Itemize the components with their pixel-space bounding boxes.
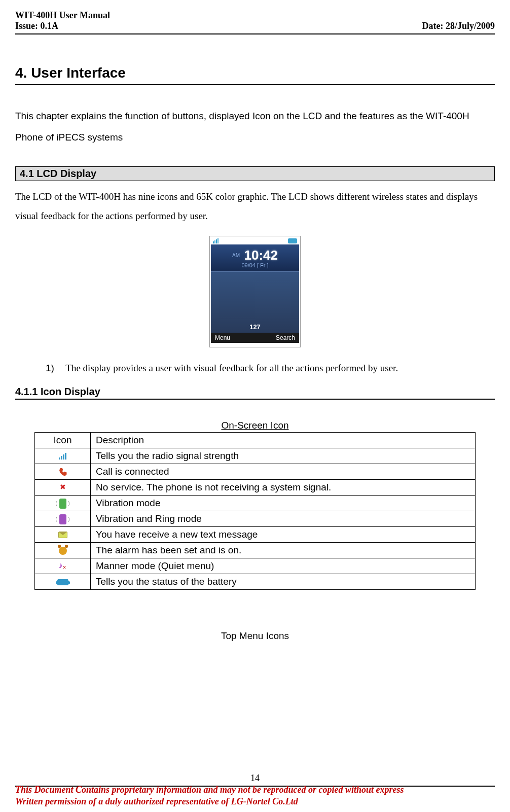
footer-line-1: This Document Contains proprietary infor… [15,784,495,796]
page-number: 14 [250,773,260,784]
list-number: 1) [46,363,54,373]
table-row: Manner mode (Quiet menu) [35,558,476,574]
softkey-right: Search [276,334,295,341]
section-4-1-1-title: 4.1.1 Icon Display [15,386,495,400]
phone-time-block: AM 10:42 09/04 [ Fr ] [211,244,299,272]
time-label: 10:42 [244,248,278,263]
header-desc: Description [91,432,476,448]
softkey-left: Menu [215,334,230,341]
desc-cell: Call is connected [91,464,476,479]
desc-cell: Manner mode (Quiet menu) [91,558,476,574]
no-service-icon [35,479,91,495]
header-icon: Icon [35,432,91,448]
alarm-icon [35,542,91,558]
desc-cell: Vibration and Ring mode [91,511,476,526]
chapter-title: 4. User Interface [15,65,495,85]
footer-text: This Document Contains proprietary infor… [15,784,495,807]
table-row: You have receive a new text message [35,526,476,542]
list-text: The display provides a user with visual … [65,363,398,373]
signal-icon [35,448,91,464]
vibration-ring-icon [35,511,91,526]
desc-cell: You have receive a new text message [91,526,476,542]
desc-cell: No service. The phone is not receiving a… [91,479,476,495]
table-row: Tells you the status of the battery [35,574,476,589]
doc-date: Date: 28/July/2009 [422,21,495,31]
station-number: 127 [249,323,261,331]
table-row: Vibration mode [35,495,476,511]
desc-cell: The alarm has been set and is on. [91,542,476,558]
list-item: 1) The display provides a user with visu… [46,363,495,374]
date-label: 09/04 [ Fr ] [213,262,297,268]
page-header: WIT-400H User Manual Issue: 0.1A Date: 2… [15,10,495,34]
desc-cell: Vibration mode [91,495,476,511]
battery-icon [288,238,297,243]
phone-wallpaper: 127 [211,272,299,333]
signal-icon [213,238,218,243]
phone-softkeys: Menu Search [211,333,299,343]
chapter-intro: This chapter explains the function of bu… [15,105,495,148]
vibration-icon [35,495,91,511]
table-row: The alarm has been set and is on. [35,542,476,558]
section-4-1-text: The LCD of the WIT-400H has nine icons a… [15,187,495,226]
call-icon [35,464,91,479]
doc-issue: Issue: 0.1A [15,21,110,31]
footer-line-2: Written permission of a duly authorized … [15,796,495,807]
icon-table: Icon Description Tells you the radio sig… [34,432,476,590]
table-row: Vibration and Ring mode [35,511,476,526]
table-caption-topmenu: Top Menu Icons [15,630,495,642]
phone-screenshot: AM 10:42 09/04 [ Fr ] 127 Menu Search [15,236,495,347]
battery-icon [35,574,91,589]
message-icon [35,526,91,542]
table-header-row: Icon Description [35,432,476,448]
desc-cell: Tells you the radio signal strength [91,448,476,464]
phone-status-bar [211,237,299,244]
phone-screen: AM 10:42 09/04 [ Fr ] 127 Menu Search [209,236,301,347]
table-caption-onscreen: On-Screen Icon [15,420,495,431]
header-right: Date: 28/July/2009 [422,10,495,31]
header-left: WIT-400H User Manual Issue: 0.1A [15,10,110,31]
table-row: Tells you the radio signal strength [35,448,476,464]
manner-icon [35,558,91,574]
table-row: Call is connected [35,464,476,479]
am-label: AM [232,253,240,258]
doc-title: WIT-400H User Manual [15,10,110,21]
section-4-1-title: 4.1 LCD Display [15,166,495,181]
table-row: No service. The phone is not receiving a… [35,479,476,495]
desc-cell: Tells you the status of the battery [91,574,476,589]
